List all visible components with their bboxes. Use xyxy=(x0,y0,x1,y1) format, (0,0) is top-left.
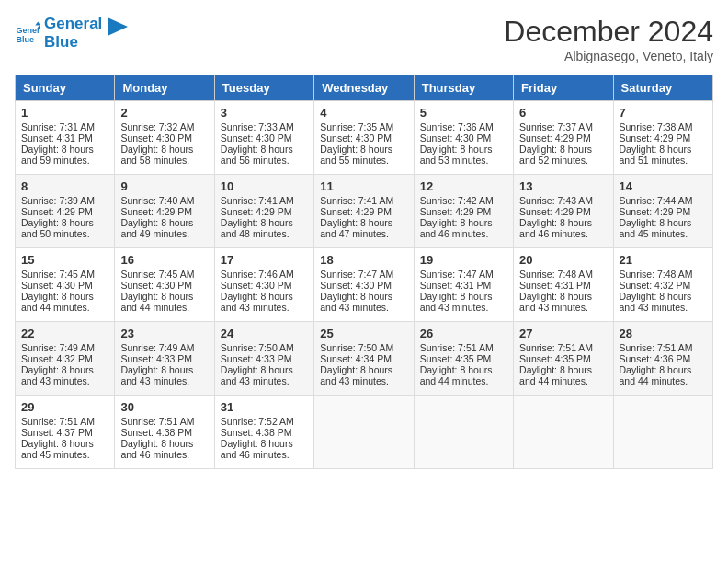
table-row xyxy=(514,396,613,469)
sunset-label: Sunset: 4:30 PM xyxy=(21,280,93,291)
day-number: 31 xyxy=(221,400,308,414)
day-number: 18 xyxy=(320,253,407,267)
month-title: December 2024 xyxy=(504,15,713,49)
sunrise-label: Sunrise: 7:32 AM xyxy=(120,121,194,132)
sunset-label: Sunset: 4:30 PM xyxy=(120,132,192,144)
table-row: 1Sunrise: 7:31 AMSunset: 4:31 PMDaylight… xyxy=(16,101,115,175)
sunset-label: Sunset: 4:30 PM xyxy=(420,132,492,144)
sunrise-label: Sunrise: 7:50 AM xyxy=(221,342,294,353)
table-row: 16Sunrise: 7:45 AMSunset: 4:30 PMDayligh… xyxy=(115,248,214,322)
sunset-label: Sunset: 4:30 PM xyxy=(320,280,392,291)
sunset-label: Sunset: 4:34 PM xyxy=(320,353,392,364)
daylight-label: Daylight: 8 hours and 44 minutes. xyxy=(620,364,692,386)
svg-text:General: General xyxy=(16,26,40,35)
day-number: 12 xyxy=(420,179,507,193)
sunrise-label: Sunrise: 7:48 AM xyxy=(519,269,593,280)
day-number: 3 xyxy=(221,106,308,120)
table-row: 7Sunrise: 7:38 AMSunset: 4:29 PMDaylight… xyxy=(613,101,712,175)
sunset-label: Sunset: 4:30 PM xyxy=(120,280,192,291)
table-row: 13Sunrise: 7:43 AMSunset: 4:29 PMDayligh… xyxy=(514,175,613,248)
svg-marker-2 xyxy=(35,22,40,26)
title-block: December 2024 Albignasego, Veneto, Italy xyxy=(504,15,713,63)
daylight-label: Daylight: 8 hours and 51 minutes. xyxy=(620,144,692,166)
daylight-label: Daylight: 8 hours and 58 minutes. xyxy=(120,144,193,166)
sunset-label: Sunset: 4:29 PM xyxy=(320,206,392,217)
day-number: 28 xyxy=(620,327,707,340)
calendar-week-row: 15Sunrise: 7:45 AMSunset: 4:30 PMDayligh… xyxy=(16,248,713,322)
table-row: 29Sunrise: 7:51 AMSunset: 4:37 PMDayligh… xyxy=(16,396,115,469)
sunrise-label: Sunrise: 7:45 AM xyxy=(21,269,95,280)
col-sunday: Sunday xyxy=(16,75,115,101)
sunrise-label: Sunrise: 7:40 AM xyxy=(120,195,194,206)
daylight-label: Daylight: 8 hours and 43 minutes. xyxy=(21,364,94,386)
table-row: 30Sunrise: 7:51 AMSunset: 4:38 PMDayligh… xyxy=(115,396,214,469)
table-row: 12Sunrise: 7:42 AMSunset: 4:29 PMDayligh… xyxy=(414,175,513,248)
col-monday: Monday xyxy=(115,75,214,101)
location-subtitle: Albignasego, Veneto, Italy xyxy=(504,49,713,63)
logo-triangle-icon xyxy=(108,17,128,45)
daylight-label: Daylight: 8 hours and 43 minutes. xyxy=(420,291,493,313)
sunset-label: Sunset: 4:33 PM xyxy=(120,353,192,364)
daylight-label: Daylight: 8 hours and 49 minutes. xyxy=(120,217,193,239)
sunrise-label: Sunrise: 7:36 AM xyxy=(420,121,494,132)
day-number: 22 xyxy=(21,327,108,340)
sunset-label: Sunset: 4:29 PM xyxy=(21,206,93,217)
daylight-label: Daylight: 8 hours and 43 minutes. xyxy=(519,291,592,313)
daylight-label: Daylight: 8 hours and 43 minutes. xyxy=(320,291,392,313)
svg-text:Blue: Blue xyxy=(16,35,34,44)
sunrise-label: Sunrise: 7:42 AM xyxy=(420,195,494,206)
sunrise-label: Sunrise: 7:45 AM xyxy=(120,269,194,280)
sunrise-label: Sunrise: 7:44 AM xyxy=(620,195,693,206)
sunrise-label: Sunrise: 7:46 AM xyxy=(221,269,294,280)
col-thursday: Thursday xyxy=(414,75,513,101)
day-number: 11 xyxy=(320,179,407,193)
sunrise-label: Sunrise: 7:52 AM xyxy=(221,416,294,427)
table-row: 21Sunrise: 7:48 AMSunset: 4:32 PMDayligh… xyxy=(613,248,712,322)
sunset-label: Sunset: 4:29 PM xyxy=(420,206,492,217)
table-row: 25Sunrise: 7:50 AMSunset: 4:34 PMDayligh… xyxy=(314,322,414,396)
table-row: 20Sunrise: 7:48 AMSunset: 4:31 PMDayligh… xyxy=(514,248,613,322)
day-number: 14 xyxy=(620,179,707,193)
sunrise-label: Sunrise: 7:51 AM xyxy=(21,416,95,427)
sunset-label: Sunset: 4:38 PM xyxy=(221,427,292,438)
page-header: General Blue General Blue December 2024 … xyxy=(15,15,713,63)
logo-general: General xyxy=(44,15,102,33)
daylight-label: Daylight: 8 hours and 59 minutes. xyxy=(21,144,94,166)
table-row: 11Sunrise: 7:41 AMSunset: 4:29 PMDayligh… xyxy=(314,175,414,248)
sunset-label: Sunset: 4:29 PM xyxy=(620,132,691,144)
calendar-week-row: 1Sunrise: 7:31 AMSunset: 4:31 PMDaylight… xyxy=(16,101,713,175)
sunset-label: Sunset: 4:32 PM xyxy=(21,353,93,364)
day-number: 17 xyxy=(221,253,308,267)
sunset-label: Sunset: 4:32 PM xyxy=(620,280,691,291)
table-row: 24Sunrise: 7:50 AMSunset: 4:33 PMDayligh… xyxy=(214,322,313,396)
daylight-label: Daylight: 8 hours and 43 minutes. xyxy=(221,364,293,386)
svg-marker-4 xyxy=(108,17,128,36)
daylight-label: Daylight: 8 hours and 47 minutes. xyxy=(320,217,392,239)
sunset-label: Sunset: 4:29 PM xyxy=(519,206,591,217)
logo-icon: General Blue xyxy=(15,20,40,46)
table-row: 15Sunrise: 7:45 AMSunset: 4:30 PMDayligh… xyxy=(16,248,115,322)
sunset-label: Sunset: 4:35 PM xyxy=(519,353,591,364)
day-number: 10 xyxy=(221,179,308,193)
table-row: 18Sunrise: 7:47 AMSunset: 4:30 PMDayligh… xyxy=(314,248,414,322)
table-row: 6Sunrise: 7:37 AMSunset: 4:29 PMDaylight… xyxy=(514,101,613,175)
table-row: 10Sunrise: 7:41 AMSunset: 4:29 PMDayligh… xyxy=(214,175,313,248)
daylight-label: Daylight: 8 hours and 56 minutes. xyxy=(221,144,293,166)
col-tuesday: Tuesday xyxy=(214,75,313,101)
sunrise-label: Sunrise: 7:51 AM xyxy=(420,342,494,353)
day-number: 8 xyxy=(21,179,108,193)
sunset-label: Sunset: 4:37 PM xyxy=(21,427,93,438)
table-row: 2Sunrise: 7:32 AMSunset: 4:30 PMDaylight… xyxy=(115,101,214,175)
daylight-label: Daylight: 8 hours and 45 minutes. xyxy=(21,438,94,460)
daylight-label: Daylight: 8 hours and 46 minutes. xyxy=(120,438,193,460)
day-number: 20 xyxy=(519,253,607,267)
table-row: 8Sunrise: 7:39 AMSunset: 4:29 PMDaylight… xyxy=(16,175,115,248)
day-number: 16 xyxy=(120,253,208,267)
daylight-label: Daylight: 8 hours and 55 minutes. xyxy=(320,144,392,166)
day-number: 26 xyxy=(420,327,507,340)
day-number: 27 xyxy=(519,327,607,340)
day-number: 2 xyxy=(120,106,208,120)
day-number: 23 xyxy=(120,327,208,340)
sunset-label: Sunset: 4:30 PM xyxy=(221,280,292,291)
table-row: 23Sunrise: 7:49 AMSunset: 4:33 PMDayligh… xyxy=(115,322,214,396)
